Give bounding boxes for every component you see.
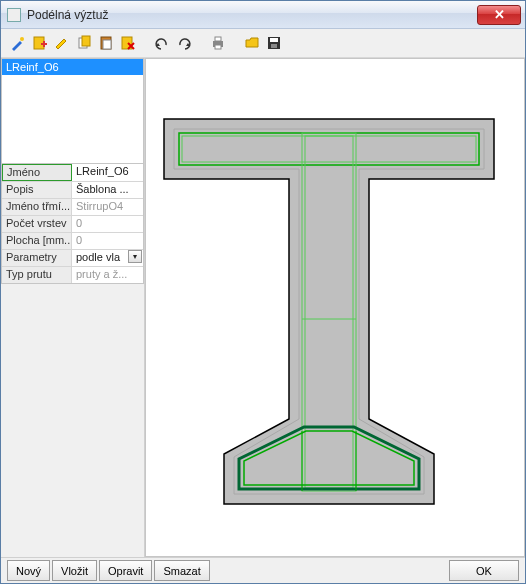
open-icon[interactable] [243, 34, 261, 52]
window-title: Podélná výztuž [27, 8, 108, 22]
left-panel: LReinf_O6 Jméno LReinf_O6 Popis Šablona … [1, 58, 145, 557]
prop-label: Popis [2, 182, 72, 198]
new-button[interactable]: Nový [7, 560, 50, 581]
item-list[interactable]: LReinf_O6 [1, 58, 144, 164]
prop-row-bartype[interactable]: Typ prutu pruty a ž... [2, 266, 143, 283]
prop-label: Jméno třmí... [2, 199, 72, 215]
prop-row-layers[interactable]: Počet vrstev 0 [2, 215, 143, 232]
copy-icon[interactable] [75, 34, 93, 52]
insert-button[interactable]: Vložit [52, 560, 97, 581]
prop-row-area[interactable]: Plocha [mm... 0 [2, 232, 143, 249]
property-grid: Jméno LReinf_O6 Popis Šablona ... Jméno … [1, 164, 144, 284]
delete-icon[interactable] [119, 34, 137, 52]
undo-icon[interactable] [153, 34, 171, 52]
titlebar-left: Podélná výztuž [7, 8, 108, 22]
prop-label: Počet vrstev [2, 216, 72, 232]
delete-button[interactable]: Smazat [154, 560, 209, 581]
prop-value-text: podle vla [76, 251, 120, 263]
svg-rect-14 [271, 44, 277, 48]
dropdown-icon[interactable]: ▾ [128, 250, 142, 263]
list-item[interactable]: LReinf_O6 [2, 59, 143, 75]
prop-label: Parametry [2, 250, 72, 266]
prop-value: 0 [72, 216, 143, 232]
toolbar [1, 29, 525, 57]
prop-value: pruty a ž... [72, 267, 143, 283]
titlebar: Podélná výztuž ✕ [1, 1, 525, 29]
prop-row-stirrup[interactable]: Jméno třmí... StirrupO4 [2, 198, 143, 215]
prop-label: Plocha [mm... [2, 233, 72, 249]
prop-value[interactable]: Šablona ... [72, 182, 143, 198]
prop-label: Jméno [2, 164, 72, 181]
svg-rect-5 [82, 36, 90, 46]
body: LReinf_O6 Jméno LReinf_O6 Popis Šablona … [1, 57, 525, 557]
footer: Nový Vložit Opravit Smazat OK [1, 557, 525, 583]
prop-row-desc[interactable]: Popis Šablona ... [2, 181, 143, 198]
add-icon[interactable] [31, 34, 49, 52]
prop-row-name[interactable]: Jméno LReinf_O6 [2, 164, 143, 181]
prop-value: 0 [72, 233, 143, 249]
paste-icon[interactable] [97, 34, 115, 52]
redo-icon[interactable] [175, 34, 193, 52]
svg-rect-11 [215, 45, 221, 49]
save-icon[interactable] [265, 34, 283, 52]
edit-button[interactable]: Opravit [99, 560, 152, 581]
svg-point-0 [20, 37, 24, 41]
close-button[interactable]: ✕ [477, 5, 521, 25]
prop-value: StirrupO4 [72, 199, 143, 215]
edit-icon[interactable] [53, 34, 71, 52]
ok-button[interactable]: OK [449, 560, 519, 581]
print-icon[interactable] [209, 34, 227, 52]
svg-rect-13 [270, 38, 278, 42]
section-drawing [154, 109, 514, 529]
preview-canvas [145, 58, 525, 557]
app-icon [7, 8, 21, 22]
svg-rect-3 [43, 41, 45, 47]
svg-rect-10 [215, 37, 221, 41]
svg-rect-7 [103, 40, 111, 49]
dialog-window: Podélná výztuž ✕ LReinf_O6 Jméno LReinf_… [0, 0, 526, 584]
prop-value[interactable]: podle vla▾ [72, 250, 143, 266]
prop-value[interactable]: LReinf_O6 [72, 164, 143, 181]
prop-row-params[interactable]: Parametry podle vla▾ [2, 249, 143, 266]
prop-label: Typ prutu [2, 267, 72, 283]
magic-icon[interactable] [9, 34, 27, 52]
